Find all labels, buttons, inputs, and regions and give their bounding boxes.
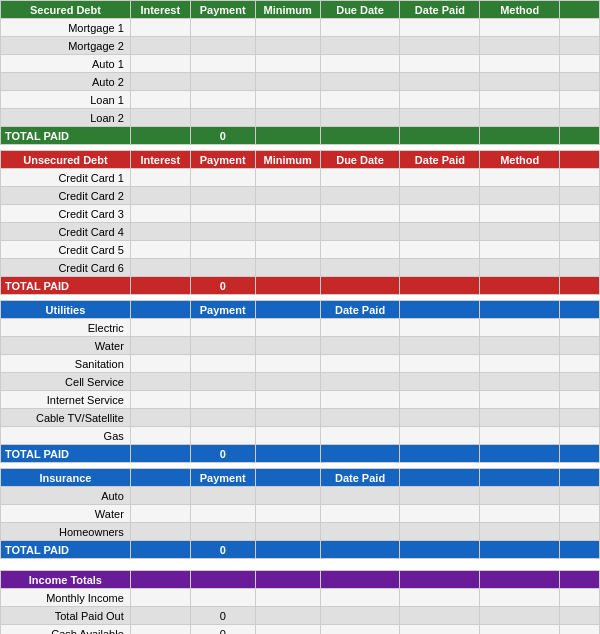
insurance-header-row: Insurance Payment Date Paid [1,469,600,487]
secured-payment-header: Payment [190,1,255,19]
unsecured-cc1-label: Credit Card 1 [1,169,131,187]
unsecured-row-cc3: Credit Card 3 [1,205,600,223]
insurance-water-label: Water [1,505,131,523]
utilities-payment-header: Payment [190,301,255,319]
secured-mortgage1-label: Mortgage 1 [1,19,131,37]
utilities-header-row: Utilities Payment Date Paid [1,301,600,319]
income-cash-label: Cash Available [1,625,131,635]
income-totalpaid-label: Total Paid Out [1,607,131,625]
insurance-label: Insurance [1,469,131,487]
unsecured-total-row: TOTAL PAID 0 [1,277,600,295]
secured-row-auto1: Auto 1 [1,55,600,73]
insurance-payment-header: Payment [190,469,255,487]
unsecured-extra-header [560,151,600,169]
unsecured-debt-header-row: Unsecured Debt Interest Payment Minimum … [1,151,600,169]
secured-extra-header [560,1,600,19]
unsecured-total-label: TOTAL PAID [1,277,131,295]
utilities-label: Utilities [1,301,131,319]
insurance-total-label: TOTAL PAID [1,541,131,559]
secured-datepaid-header: Date Paid [400,1,480,19]
insurance-row-homeowners: Homeowners [1,523,600,541]
income-cash-value: 0 [190,625,255,635]
unsecured-row-cc2: Credit Card 2 [1,187,600,205]
secured-total-label: TOTAL PAID [1,127,131,145]
insurance-datepaid-header: Date Paid [320,469,400,487]
secured-minimum-header: Minimum [255,1,320,19]
utilities-row-sanitation: Sanitation [1,355,600,373]
secured-interest-header: Interest [130,1,190,19]
insurance-auto-label: Auto [1,487,131,505]
utilities-row-internet: Internet Service [1,391,600,409]
unsecured-row-cc5: Credit Card 5 [1,241,600,259]
secured-debt-header-row: Secured Debt Interest Payment Minimum Du… [1,1,600,19]
unsecured-cc3-label: Credit Card 3 [1,205,131,223]
income-totalpaid-value: 0 [190,607,255,625]
unsecured-interest-header: Interest [130,151,190,169]
insurance-total-value: 0 [190,541,255,559]
unsecured-cc6-label: Credit Card 6 [1,259,131,277]
unsecured-row-cc1: Credit Card 1 [1,169,600,187]
secured-row-mortgage1: Mortgage 1 [1,19,600,37]
utilities-internet-label: Internet Service [1,391,131,409]
unsecured-debt-label: Unsecured Debt [1,151,131,169]
income-totals-label: Income Totals [1,571,131,589]
income-row-monthly: Monthly Income [1,589,600,607]
insurance-row-water: Water [1,505,600,523]
insurance-homeowners-label: Homeowners [1,523,131,541]
utilities-row-cable: Cable TV/Satellite [1,409,600,427]
secured-debt-label: Secured Debt [1,1,131,19]
secured-method-header: Method [480,1,560,19]
utilities-total-label: TOTAL PAID [1,445,131,463]
utilities-water-label: Water [1,337,131,355]
utilities-total-value: 0 [190,445,255,463]
utilities-row-water: Water [1,337,600,355]
secured-loan1-label: Loan 1 [1,91,131,109]
unsecured-payment-header: Payment [190,151,255,169]
secured-duedate-header: Due Date [320,1,400,19]
secured-total-value: 0 [190,127,255,145]
unsecured-duedate-header: Due Date [320,151,400,169]
utilities-gas-label: Gas [1,427,131,445]
unsecured-cc2-label: Credit Card 2 [1,187,131,205]
utilities-cable-label: Cable TV/Satellite [1,409,131,427]
insurance-total-row: TOTAL PAID 0 [1,541,600,559]
secured-auto2-label: Auto 2 [1,73,131,91]
utilities-datepaid-header: Date Paid [320,301,400,319]
secured-mortgage2-label: Mortgage 2 [1,37,131,55]
utilities-row-gas: Gas [1,427,600,445]
unsecured-row-cc6: Credit Card 6 [1,259,600,277]
unsecured-minimum-header: Minimum [255,151,320,169]
utilities-electric-label: Electric [1,319,131,337]
secured-row-mortgage2: Mortgage 2 [1,37,600,55]
unsecured-row-cc4: Credit Card 4 [1,223,600,241]
utilities-row-cell: Cell Service [1,373,600,391]
utilities-total-row: TOTAL PAID 0 [1,445,600,463]
utilities-row-electric: Electric [1,319,600,337]
budget-spreadsheet: Secured Debt Interest Payment Minimum Du… [0,0,600,634]
unsecured-method-header: Method [480,151,560,169]
insurance-row-auto: Auto [1,487,600,505]
secured-total-row: TOTAL PAID 0 [1,127,600,145]
utilities-cell-label: Cell Service [1,373,131,391]
secured-row-loan1: Loan 1 [1,91,600,109]
unsecured-cc5-label: Credit Card 5 [1,241,131,259]
secured-row-loan2: Loan 2 [1,109,600,127]
secured-row-auto2: Auto 2 [1,73,600,91]
income-header-row: Income Totals [1,571,600,589]
secured-loan2-label: Loan 2 [1,109,131,127]
unsecured-datepaid-header: Date Paid [400,151,480,169]
unsecured-cc4-label: Credit Card 4 [1,223,131,241]
unsecured-total-value: 0 [190,277,255,295]
income-row-totalpaid: Total Paid Out 0 [1,607,600,625]
utilities-sanitation-label: Sanitation [1,355,131,373]
income-row-cash: Cash Available 0 [1,625,600,635]
secured-auto1-label: Auto 1 [1,55,131,73]
income-monthly-label: Monthly Income [1,589,131,607]
